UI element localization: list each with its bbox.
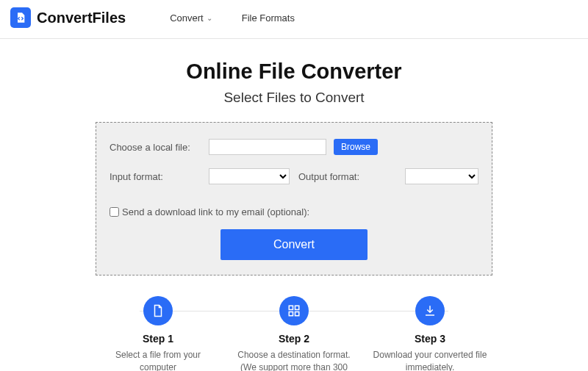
format-row: Input format: Output format:	[110, 168, 478, 184]
nav-file-formats[interactable]: File Formats	[242, 12, 295, 24]
download-icon	[415, 296, 445, 325]
step-1-desc: Select a file from your computer	[96, 349, 220, 371]
logo[interactable]: ConvertFiles	[10, 7, 126, 28]
convert-panel: Choose a local file: Browse Input format…	[96, 122, 492, 275]
svg-rect-1	[295, 306, 299, 309]
steps: Step 1 Select a file from your computer …	[96, 296, 492, 371]
nav-formats-label: File Formats	[242, 12, 295, 24]
file-icon	[143, 296, 173, 325]
email-checkbox-row[interactable]: Send a download link to my email (option…	[110, 206, 478, 217]
svg-rect-3	[295, 312, 299, 316]
output-format-label: Output format:	[298, 171, 359, 182]
file-input[interactable]	[209, 139, 326, 155]
step-2: Step 2 Choose a destination format. (We …	[232, 296, 356, 371]
input-format-label: Input format:	[110, 171, 201, 182]
top-nav: Convert ⌄ File Formats	[170, 12, 295, 24]
logo-icon	[10, 7, 31, 28]
convert-button[interactable]: Convert	[220, 229, 368, 260]
input-format-select[interactable]	[209, 168, 290, 184]
main: Online File Converter Select Files to Co…	[0, 39, 588, 371]
output-format-select[interactable]	[405, 168, 478, 184]
choose-file-label: Choose a local file:	[110, 142, 201, 153]
step-3: Step 3 Download your converted file imme…	[368, 296, 492, 371]
page-title: Online File Converter	[0, 60, 588, 84]
chevron-down-icon: ⌄	[207, 14, 212, 22]
nav-convert-label: Convert	[170, 12, 204, 24]
browse-button[interactable]: Browse	[334, 139, 378, 155]
step-3-desc: Download your converted file immediately…	[368, 349, 492, 371]
svg-rect-2	[289, 312, 293, 316]
step-2-title: Step 2	[232, 333, 356, 345]
page-subtitle: Select Files to Convert	[0, 90, 588, 106]
nav-convert[interactable]: Convert ⌄	[170, 12, 212, 24]
email-checkbox-label: Send a download link to my email (option…	[122, 206, 309, 217]
step-3-title: Step 3	[368, 333, 492, 345]
email-checkbox[interactable]	[110, 207, 119, 217]
brand-name: ConvertFiles	[37, 10, 126, 26]
grid-icon	[279, 296, 309, 325]
choose-file-row: Choose a local file: Browse	[110, 139, 478, 155]
svg-rect-0	[289, 306, 293, 309]
step-1-title: Step 1	[96, 333, 220, 345]
header: ConvertFiles Convert ⌄ File Formats	[0, 0, 588, 39]
step-2-desc: Choose a destination format. (We support…	[232, 349, 356, 371]
step-1: Step 1 Select a file from your computer	[96, 296, 220, 371]
